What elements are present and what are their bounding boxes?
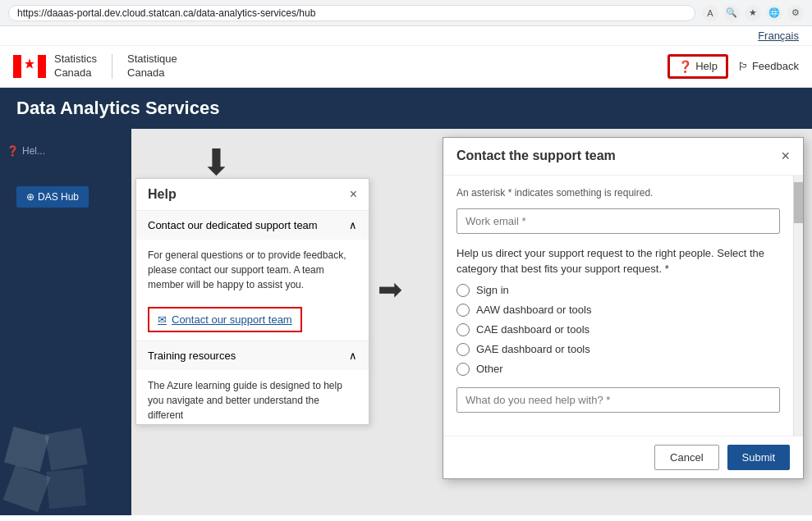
radio-sign-in-label: Sign in <box>476 284 509 296</box>
support-section-label: Contact our dedicated support team <box>148 219 318 231</box>
contact-support-button[interactable]: ✉ Contact our support team <box>148 307 302 332</box>
browser-icon-5: ⚙ <box>787 5 804 21</box>
support-modal-close-button[interactable]: × <box>781 148 790 165</box>
svg-rect-0 <box>13 55 21 78</box>
bg-tile <box>4 427 49 472</box>
category-field: Help us direct your support request to t… <box>456 245 780 376</box>
top-nav: Français <box>0 26 812 46</box>
bg-tile <box>44 427 87 470</box>
help-panel: Help × Contact our dedicated support tea… <box>135 178 369 425</box>
radio-sign-in[interactable]: Sign in <box>456 284 780 297</box>
training-text: The Azure learning guide is designed to … <box>148 380 342 421</box>
browser-icon-2: 🔍 <box>723 5 740 21</box>
envelope-icon: ✉ <box>158 313 167 326</box>
banner-title: Data Analytics Services <box>16 98 219 118</box>
browser-icon-4: 🌐 <box>766 5 782 21</box>
das-hub-button[interactable]: ⊕ DAS Hub <box>16 186 89 208</box>
radio-cae-input[interactable] <box>456 323 470 336</box>
cancel-button[interactable]: Cancel <box>654 445 718 470</box>
bg-tile <box>3 464 51 512</box>
support-chevron-icon <box>349 219 357 231</box>
divider <box>112 54 112 79</box>
header-buttons: ❓ Help 🏳 Feedback <box>668 55 799 78</box>
canada-flag-icon <box>13 55 46 78</box>
site-name-fr: StatistiqueCanada <box>127 53 177 80</box>
francais-link[interactable]: Français <box>758 30 799 42</box>
bg-tile <box>46 468 86 509</box>
das-hub-label: DAS Hub <box>38 191 79 203</box>
help-button[interactable]: ❓ Help <box>668 55 727 78</box>
training-section: Training resources The Azure learning gu… <box>136 341 369 424</box>
site-name: StatisticsCanada <box>54 53 97 80</box>
help-textarea-field <box>456 387 780 413</box>
training-section-content: The Azure learning guide is designed to … <box>136 370 369 424</box>
support-section: Contact our dedicated support team For g… <box>136 211 369 341</box>
training-section-label: Training resources <box>148 350 236 362</box>
work-email-field <box>456 208 780 234</box>
modal-scrollbar-thumb <box>794 182 803 223</box>
help-panel-close-button[interactable]: × <box>350 187 357 202</box>
das-hub-icon: ⊕ <box>26 191 34 203</box>
work-email-input[interactable] <box>456 208 780 234</box>
svg-rect-2 <box>38 55 46 78</box>
feedback-button-label: Feedback <box>752 60 799 72</box>
radio-sign-in-input[interactable] <box>456 284 470 297</box>
das-banner: Data Analytics Services <box>0 88 812 129</box>
radio-other-input[interactable] <box>456 363 470 376</box>
radio-aaw-input[interactable] <box>456 304 470 317</box>
training-chevron-icon <box>349 350 357 362</box>
submit-button[interactable]: Submit <box>727 445 790 470</box>
arrow-right-icon: ➡ <box>378 272 402 307</box>
browser-icon-3: ★ <box>745 5 761 21</box>
site-header: StatisticsCanada StatistiqueCanada ❓ Hel… <box>0 46 812 88</box>
browser-bar: https://daaas-portal.dev.cloud.statcan.c… <box>0 0 812 26</box>
browser-icons: A 🔍 ★ 🌐 ⚙ <box>702 5 804 21</box>
help-button-label: Help <box>695 60 718 72</box>
org-name-en: StatisticsCanada <box>54 53 97 80</box>
training-section-header[interactable]: Training resources <box>136 341 369 370</box>
support-modal-title: Contact the support team <box>456 149 616 163</box>
category-radio-group: Sign in AAW dashboard or tools CAE dashb… <box>456 284 780 376</box>
support-text: For general questions or to provide feed… <box>148 249 346 290</box>
browser-icon-1: A <box>702 5 718 21</box>
radio-cae[interactable]: CAE dashboard or tools <box>456 323 780 336</box>
support-modal-footer: Cancel Submit <box>443 436 803 478</box>
radio-aaw-label: AAW dashboard or tools <box>476 304 591 316</box>
support-modal-body: An asterisk * indicates something is req… <box>443 176 793 436</box>
feedback-button[interactable]: 🏳 Feedback <box>737 60 799 73</box>
help-textarea-input[interactable] <box>456 387 780 413</box>
radio-gae-label: GAE dashboard or tools <box>476 343 590 355</box>
question-circle-icon: ❓ <box>678 60 692 73</box>
left-sidebar: ❓ Hel... ⊕ DAS Hub <box>0 129 131 515</box>
support-section-content: For general questions or to provide feed… <box>136 240 369 300</box>
contact-btn-label: Contact our support team <box>172 313 292 326</box>
support-modal: Contact the support team × An asterisk *… <box>443 137 804 479</box>
url-bar[interactable]: https://daaas-portal.dev.cloud.statcan.c… <box>8 5 695 21</box>
main-content: ❓ Hel... ⊕ DAS Hub ⬇ ➡ Help × Contact ou… <box>0 129 812 515</box>
radio-gae-input[interactable] <box>456 343 470 356</box>
radio-gae[interactable]: GAE dashboard or tools <box>456 343 780 356</box>
asterisk-note: An asterisk * indicates something is req… <box>456 187 780 199</box>
logo-area: StatisticsCanada StatistiqueCanada <box>13 53 177 80</box>
help-panel-title: Help <box>148 187 177 202</box>
radio-aaw[interactable]: AAW dashboard or tools <box>456 304 780 317</box>
arrow-down-icon: ⬇ <box>201 141 232 183</box>
help-panel-body: Contact our dedicated support team For g… <box>136 211 369 424</box>
radio-cae-label: CAE dashboard or tools <box>476 323 590 336</box>
feedback-icon: 🏳 <box>737 60 749 73</box>
sidebar-help-label: ❓ Hel... <box>7 145 45 157</box>
support-modal-header: Contact the support team × <box>443 138 803 176</box>
support-section-header[interactable]: Contact our dedicated support team <box>136 211 369 240</box>
radio-other-label: Other <box>476 363 503 375</box>
help-panel-header: Help × <box>136 179 369 211</box>
modal-scrollbar <box>793 176 803 436</box>
category-label: Help us direct your support request to t… <box>456 245 780 277</box>
bg-tiles <box>8 431 123 507</box>
radio-other[interactable]: Other <box>456 363 780 376</box>
